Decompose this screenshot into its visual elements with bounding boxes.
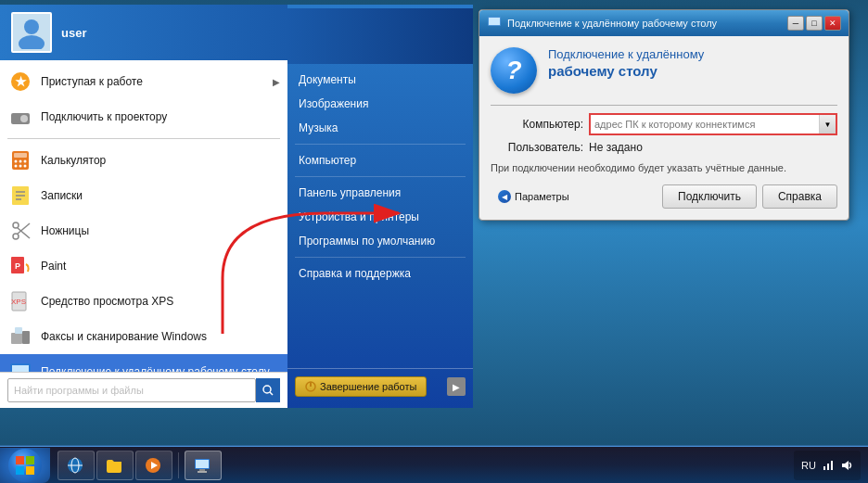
minimize-button[interactable]: ─ — [787, 16, 804, 31]
svg-point-12 — [19, 165, 22, 168]
shutdown-arrow-button[interactable]: ▶ — [447, 377, 466, 396]
rdp-divider — [491, 105, 837, 106]
right-divider-1 — [295, 144, 466, 145]
getting-started-icon: ★ — [7, 69, 33, 95]
fax-icon — [7, 324, 33, 350]
svg-rect-47 — [26, 466, 34, 475]
right-item-help[interactable]: Справка и поддержка — [287, 261, 473, 286]
ie-icon — [66, 456, 84, 475]
rdp-info-text: При подключении необходимо будет указать… — [491, 161, 837, 175]
taskbar: RU — [0, 446, 868, 483]
rdp-titlebar: Подключение к удалённому рабочему столу … — [479, 10, 849, 36]
svg-text:P: P — [15, 261, 20, 271]
svg-rect-58 — [827, 464, 829, 470]
menu-item-notepad[interactable]: Записки — [0, 178, 287, 213]
menu-item-xps[interactable]: XPS Средство просмотра XPS — [0, 284, 287, 319]
fax-label: Факсы и сканирование Windows — [41, 330, 207, 343]
params-button[interactable]: ◀ Параметры — [491, 186, 577, 207]
rdp-help-icon: ? — [491, 47, 537, 94]
right-item-computer[interactable]: Компьютер — [287, 148, 473, 172]
xps-icon: XPS — [7, 288, 33, 314]
connect-button[interactable]: Подключить — [662, 184, 757, 209]
menu-item-fax[interactable]: Факсы и сканирование Windows — [0, 319, 287, 354]
rdp-main-title-line2: рабочему столу — [548, 63, 837, 79]
volume-icon — [840, 459, 853, 472]
svg-line-21 — [18, 228, 30, 238]
program-list: ★ Приступая к работе ▶ Подключить к прое… — [0, 60, 287, 372]
defaults-label: Программы по умолчанию — [299, 235, 435, 248]
right-item-devices[interactable]: Устройства и принтеры — [287, 205, 473, 229]
maximize-button[interactable]: □ — [806, 16, 823, 31]
computer-label: Компьютер — [299, 154, 356, 167]
arrow-icon: ▶ — [273, 77, 280, 87]
menu-item-rdp[interactable]: Подключение к удалённому рабочему столу — [0, 354, 287, 372]
svg-marker-60 — [842, 461, 849, 470]
xps-label: Средство просмотра XPS — [41, 295, 173, 308]
svg-point-11 — [15, 165, 18, 168]
search-box[interactable]: Найти программы и файлы — [7, 378, 256, 402]
svg-point-5 — [20, 115, 28, 122]
menu-item-getting-started[interactable]: ★ Приступая к работе ▶ — [0, 64, 287, 99]
user-name-label: user — [61, 26, 86, 40]
projector-icon — [7, 104, 33, 130]
params-icon: ◀ — [498, 190, 511, 203]
svg-point-9 — [19, 160, 22, 163]
svg-line-20 — [18, 223, 30, 234]
windows-logo-icon — [15, 455, 35, 476]
start-menu-right-panel: Документы Изображения Музыка Компьютер П… — [287, 5, 473, 408]
svg-rect-30 — [12, 365, 29, 372]
computer-dropdown-button[interactable]: ▼ — [819, 115, 836, 133]
help-label: Справка и поддержка — [299, 267, 411, 280]
language-indicator: RU — [801, 460, 816, 471]
right-item-images[interactable]: Изображения — [287, 92, 473, 116]
search-button[interactable] — [256, 378, 280, 402]
rdp-taskbar-icon — [193, 456, 211, 475]
right-item-music[interactable]: Музыка — [287, 116, 473, 140]
computer-input[interactable] — [591, 119, 819, 130]
right-divider-2 — [295, 176, 466, 177]
documents-label: Документы — [299, 73, 356, 86]
svg-rect-59 — [831, 461, 833, 470]
computer-label: Компьютер: — [491, 118, 583, 131]
menu-item-scissors[interactable]: Ножницы — [0, 213, 287, 248]
start-button[interactable] — [0, 448, 50, 483]
start-orb — [8, 449, 42, 482]
right-item-control-panel[interactable]: Панель управления — [287, 181, 473, 205]
folder-icon — [105, 456, 123, 475]
user-value: Не задано — [589, 141, 837, 154]
rdp-menu-label: Подключение к удалённому рабочему столу — [41, 365, 270, 372]
taskbar-item-folder[interactable] — [96, 451, 134, 480]
taskbar-item-rdp[interactable] — [185, 451, 222, 480]
taskbar-separator — [178, 452, 179, 478]
svg-line-38 — [270, 392, 273, 395]
search-placeholder: Найти программы и файлы — [14, 385, 144, 396]
right-item-documents[interactable]: Документы — [287, 68, 473, 92]
svg-rect-42 — [489, 18, 500, 25]
taskbar-right: RU — [786, 451, 868, 480]
right-item-defaults[interactable]: Программы по умолчанию — [287, 229, 473, 253]
svg-point-8 — [15, 160, 18, 163]
close-button[interactable]: ✕ — [824, 16, 841, 31]
help-button[interactable]: Справка — [762, 184, 837, 209]
user-avatar — [11, 12, 52, 53]
svg-rect-57 — [823, 466, 825, 470]
rdp-form: Компьютер: ▼ Пользователь: Не задано — [491, 113, 837, 154]
rdp-content: ? Подключение к удалённому рабочему стол… — [479, 36, 849, 220]
svg-point-0 — [24, 19, 39, 34]
menu-item-paint[interactable]: P Paint — [0, 248, 287, 284]
rdp-title-block: Подключение к удалённому рабочему столу — [548, 47, 837, 79]
taskbar-item-media[interactable] — [135, 451, 172, 480]
menu-item-calculator[interactable]: Калькулятор — [0, 143, 287, 178]
taskbar-items — [54, 451, 786, 480]
start-menu-header: user — [0, 5, 287, 60]
start-menu-left-panel: user ★ Приступая к работе ▶ Подключить к… — [0, 5, 287, 408]
svg-point-18 — [13, 234, 19, 239]
shutdown-button[interactable]: Завершение работы — [295, 376, 427, 397]
taskbar-item-ie[interactable] — [57, 451, 95, 480]
notepad-icon — [7, 183, 33, 209]
media-player-icon — [144, 456, 162, 475]
menu-item-projector[interactable]: Подключить к проектору — [0, 99, 287, 134]
svg-point-13 — [24, 165, 27, 168]
svg-rect-44 — [16, 456, 24, 464]
computer-input-wrapper: ▼ — [589, 113, 837, 135]
